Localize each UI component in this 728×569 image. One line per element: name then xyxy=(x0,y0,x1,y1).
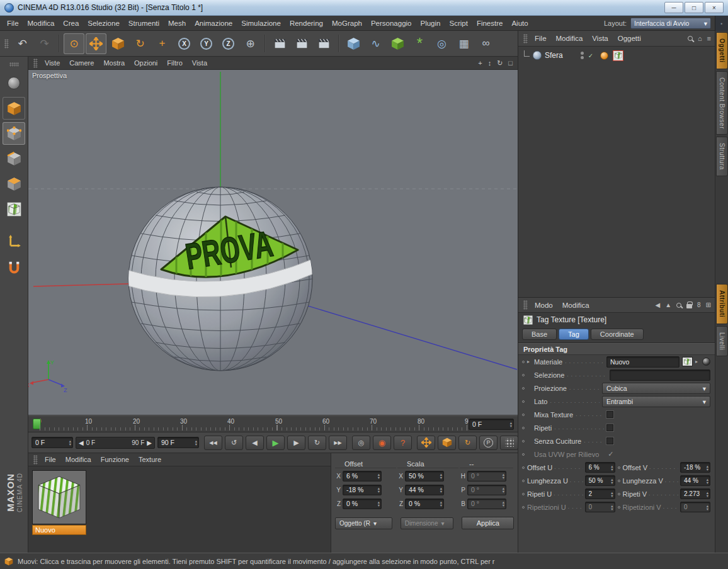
search-icon[interactable] xyxy=(688,36,693,41)
tab-livelli[interactable]: Livelli xyxy=(716,326,728,357)
visibility-toggles[interactable] xyxy=(581,52,584,59)
offset-v-field[interactable]: -18 %▴▾ xyxy=(680,462,710,473)
lunghezza-u-field[interactable]: 50 %▴▾ xyxy=(585,475,615,486)
coord-size-dropdown[interactable]: Dimensione▾ xyxy=(401,517,454,529)
am-menu-modifica[interactable]: Modifica xyxy=(558,298,594,313)
menu-aiuto[interactable]: Aiuto xyxy=(507,16,532,31)
om-grip[interactable] xyxy=(523,34,528,43)
om-menu-oggetti[interactable]: Oggetti xyxy=(613,31,646,46)
vp-menu-mostra[interactable]: Mostra xyxy=(99,57,129,70)
go-to-end-button[interactable]: ▶▶ xyxy=(329,436,347,450)
timeline-ruler[interactable]: 0 10 20 30 40 50 60 70 80 90 0 F ▴▾ xyxy=(28,415,518,432)
axis-mode-button[interactable] xyxy=(3,230,25,253)
rotation-h-field[interactable]: 0 °▴▾ xyxy=(467,471,506,482)
ripeti-v-field[interactable]: 2.273▴▾ xyxy=(680,488,710,499)
scale-tool-button[interactable] xyxy=(108,33,128,54)
snap-magnet-button[interactable] xyxy=(3,256,25,278)
lock-y-axis-button[interactable]: Y xyxy=(196,33,217,54)
tab-attributi[interactable]: Attributi xyxy=(716,284,728,324)
maximize-button[interactable]: □ xyxy=(685,2,703,13)
menu-rendering[interactable]: Rendering xyxy=(285,16,327,31)
am-grip[interactable] xyxy=(523,300,528,310)
camera-button[interactable]: ∞ xyxy=(475,33,496,54)
mat-menu-file[interactable]: File xyxy=(40,453,60,466)
menu-finestre[interactable]: Finestre xyxy=(472,16,508,31)
floor-button[interactable]: ▦ xyxy=(453,33,474,54)
menu-selezione[interactable]: Selezione xyxy=(83,16,124,31)
model-mode-button[interactable] xyxy=(3,97,25,120)
proiezione-dropdown[interactable]: Cubica ▾ xyxy=(602,383,710,394)
viewport-rotate-icon[interactable]: ↻ xyxy=(497,59,503,67)
ripetizioni-v-field[interactable]: 0▴▾ xyxy=(680,502,710,512)
panel-menu-icon[interactable]: ≡ xyxy=(707,35,711,42)
menu-mograph[interactable]: MoGraph xyxy=(327,16,367,31)
link-icon[interactable]: 8 xyxy=(697,301,701,308)
apply-button[interactable]: Applica xyxy=(462,517,514,529)
key-rotation-button[interactable]: ↻ xyxy=(458,436,477,450)
polygon-mode-button[interactable] xyxy=(3,172,25,195)
coordinate-system-button[interactable]: ⊕ xyxy=(240,33,261,54)
toolbar-grip[interactable] xyxy=(4,39,9,48)
tab-content-browser[interactable]: Content Browser xyxy=(716,71,728,135)
menu-modifica[interactable]: Modifica xyxy=(23,16,59,31)
material-grip[interactable] xyxy=(33,455,38,465)
menu-script[interactable]: Script xyxy=(445,16,472,31)
tab-coordinate[interactable]: Coordinate xyxy=(591,329,644,340)
keyframe-selection-button[interactable]: ◎ xyxy=(352,436,370,450)
uvw-check-icon[interactable]: ✓ xyxy=(608,450,613,458)
move-tool-button[interactable] xyxy=(86,33,106,54)
layout-combobox[interactable]: Interfaccia di Avvio ▾ xyxy=(630,18,711,29)
offset-z-field[interactable]: 0 %▴▾ xyxy=(343,499,382,509)
lock-x-axis-button[interactable]: X xyxy=(174,33,195,54)
om-menu-modifica[interactable]: Modifica xyxy=(552,31,588,46)
mat-menu-modifica[interactable]: Modifica xyxy=(61,453,96,466)
frame-spinner[interactable]: 0 F ▴▾ xyxy=(31,437,73,448)
loop-mode-button[interactable]: ↻ xyxy=(308,436,326,450)
expand-icon[interactable]: ▸ xyxy=(527,359,532,364)
om-menu-file[interactable]: File xyxy=(530,31,551,46)
vp-menu-filtro[interactable]: Filtro xyxy=(162,57,186,70)
record-keyframe-button[interactable]: ◉ xyxy=(373,436,391,450)
point-mode-button[interactable] xyxy=(3,122,25,145)
viewport-maximize-icon[interactable]: □ xyxy=(508,59,513,67)
history-back-icon[interactable]: ◀ xyxy=(655,301,660,308)
offset-x-field[interactable]: 6 %▴▾ xyxy=(343,471,382,482)
new-panel-icon[interactable]: ⊞ xyxy=(706,301,711,308)
frame-ruler[interactable]: 0 10 20 30 40 50 60 70 80 90 xyxy=(28,416,469,432)
menu-animazione[interactable]: Animazione xyxy=(190,16,237,31)
ripetizioni-u-field[interactable]: 0▴▾ xyxy=(585,502,615,512)
texture-preview-icon[interactable] xyxy=(682,357,693,366)
vp-menu-viste[interactable]: Viste xyxy=(40,57,64,70)
key-position-button[interactable] xyxy=(417,436,435,450)
object-row-sfera[interactable]: Sfera ✓ xyxy=(518,49,715,62)
go-to-start-button[interactable]: ◀◀ xyxy=(204,436,222,450)
end-frame-spinner[interactable]: 90 F ▴▾ xyxy=(157,437,199,448)
add-spline-button[interactable]: ∿ xyxy=(365,33,386,54)
material-thumbnail[interactable] xyxy=(32,470,86,524)
render-settings-button[interactable] xyxy=(314,33,334,54)
tab-oggetti[interactable]: Oggetti xyxy=(716,32,728,69)
vp-menu-camere[interactable]: Camere xyxy=(65,57,98,70)
subdivision-surface-button[interactable] xyxy=(387,33,408,54)
texture-mode-button[interactable] xyxy=(3,198,25,220)
menu-plugin[interactable]: Plugin xyxy=(416,16,445,31)
vp-menu-vista[interactable]: Vista xyxy=(188,57,212,70)
search-icon[interactable] xyxy=(676,303,681,308)
deformer-button[interactable]: ◎ xyxy=(431,33,452,54)
selezione-input[interactable] xyxy=(610,369,710,381)
mixa-texture-checkbox[interactable] xyxy=(606,411,613,418)
lock-z-axis-button[interactable]: Z xyxy=(218,33,239,54)
viewport-dolly-icon[interactable]: ↕ xyxy=(488,59,492,67)
previous-frame-button[interactable]: ◀ xyxy=(246,436,264,450)
tab-tag[interactable]: Tag xyxy=(559,329,589,340)
menu-file[interactable]: File xyxy=(3,16,23,31)
key-scale-button[interactable] xyxy=(438,436,456,450)
scale-x-field[interactable]: 50 %▴▾ xyxy=(405,471,444,482)
tab-base[interactable]: Base xyxy=(522,329,557,340)
dock-corner-button[interactable]: ▪ xyxy=(715,16,728,31)
offset-u-field[interactable]: 6 %▴▾ xyxy=(585,462,615,473)
texture-tag-icon[interactable] xyxy=(613,50,623,61)
frame-range-slider[interactable]: ◀ 0 F 90 F ▶ xyxy=(76,437,155,449)
om-menu-vista[interactable]: Vista xyxy=(588,31,612,46)
timeline-playhead[interactable] xyxy=(33,419,41,429)
